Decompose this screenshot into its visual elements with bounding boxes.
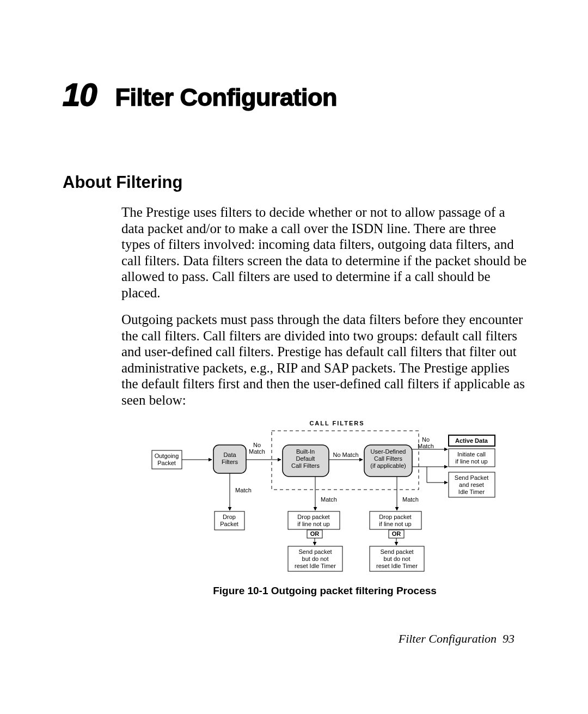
svg-text:Drop packet: Drop packet [297,514,329,520]
figure-caption: Figure 10-1 Outgoing packet filtering Pr… [121,585,528,597]
svg-text:Send packet: Send packet [298,548,332,555]
svg-text:Built-In: Built-In [296,448,315,455]
chapter-heading: 10 Filter Configuration [63,76,528,113]
svg-text:reset Idle Timer: reset Idle Timer [295,563,336,569]
svg-text:reset Idle Timer: reset Idle Timer [376,563,418,569]
svg-text:and reset: and reset [459,481,484,488]
figure-diagram: CALL FILTERS Outgoing Packet Data Filter… [149,419,500,579]
active-data-label: Active Data [455,437,488,444]
svg-text:Match: Match [418,443,434,449]
figure: CALL FILTERS Outgoing Packet Data Filter… [121,419,528,597]
svg-text:Filters: Filters [222,459,238,465]
section-heading: About Filtering [63,173,528,192]
svg-text:Packet: Packet [220,521,238,527]
svg-text:Drop: Drop [223,514,236,520]
svg-text:if line not up: if line not up [379,521,411,527]
svg-text:Match: Match [249,448,265,455]
svg-text:but do not: but do not [302,556,329,562]
footer-page: 93 [503,632,514,645]
svg-text:if line not up: if line not up [297,521,329,527]
call-filters-title: CALL FILTERS [309,420,364,426]
svg-text:Call Filters: Call Filters [374,455,402,462]
footer-label: Filter Configuration [399,632,497,645]
svg-text:if line not up: if line not up [455,458,487,465]
chapter-number: 10 [63,76,97,113]
svg-text:Send packet: Send packet [380,548,413,555]
svg-text:Drop packet: Drop packet [379,514,411,520]
svg-text:Packet: Packet [157,460,176,466]
svg-text:No Match: No Match [333,451,358,458]
body-paragraph-2: Outgoing packets must pass through the d… [121,312,528,408]
svg-text:Match: Match [321,496,337,503]
page-footer: Filter Configuration 93 [399,632,514,646]
svg-text:No: No [253,442,261,448]
outgoing-packet-label: Outgoing [155,453,179,459]
svg-text:No: No [422,436,430,443]
svg-text:Default: Default [296,455,315,462]
svg-text:but do not: but do not [384,556,411,562]
match-label-1: Match [235,487,252,493]
body-paragraph-1: The Prestige uses filters to decide whet… [121,204,528,301]
svg-text:Initiate call: Initiate call [457,451,486,457]
chapter-title: Filter Configuration [115,83,337,112]
svg-text:Send Packet: Send Packet [455,474,488,481]
svg-text:(if applicable): (if applicable) [370,462,406,469]
svg-text:Match: Match [402,496,419,503]
svg-text:OR: OR [392,530,401,537]
data-filters-label: Data [223,451,236,458]
svg-text:User-Defined: User-Defined [371,448,406,455]
svg-text:Call Filters: Call Filters [291,462,320,469]
svg-text:Idle Timer: Idle Timer [458,489,485,495]
svg-text:OR: OR [310,530,320,537]
